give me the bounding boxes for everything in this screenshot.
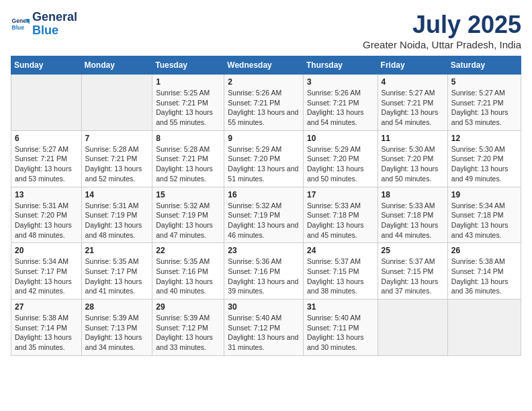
- day-info: Sunrise: 5:39 AM Sunset: 7:13 PM Dayligh…: [85, 313, 149, 353]
- day-number: 27: [15, 302, 78, 312]
- day-number: 1: [156, 77, 220, 87]
- header-saturday: Saturday: [447, 56, 521, 75]
- calendar-day-cell: 21Sunrise: 5:35 AM Sunset: 7:17 PM Dayli…: [81, 243, 152, 300]
- calendar-day-cell: 4Sunrise: 5:27 AM Sunset: 7:21 PM Daylig…: [378, 75, 447, 131]
- day-info: Sunrise: 5:32 AM Sunset: 7:19 PM Dayligh…: [228, 201, 300, 240]
- day-info: Sunrise: 5:37 AM Sunset: 7:15 PM Dayligh…: [307, 257, 374, 296]
- day-info: Sunrise: 5:27 AM Sunset: 7:21 PM Dayligh…: [451, 88, 517, 128]
- calendar-day-cell: 26Sunrise: 5:38 AM Sunset: 7:14 PM Dayli…: [447, 243, 521, 300]
- svg-text:Blue: Blue: [12, 24, 25, 31]
- calendar-day-cell: 7Sunrise: 5:28 AM Sunset: 7:21 PM Daylig…: [81, 130, 152, 187]
- calendar-body: 1Sunrise: 5:25 AM Sunset: 7:21 PM Daylig…: [11, 75, 521, 356]
- day-number: 9: [228, 134, 300, 143]
- calendar-day-cell: 31Sunrise: 5:40 AM Sunset: 7:11 PM Dayli…: [303, 300, 378, 356]
- day-number: 31: [307, 302, 374, 312]
- calendar-day-cell: [11, 75, 82, 131]
- day-number: 25: [382, 246, 444, 255]
- day-number: 5: [451, 77, 517, 87]
- day-info: Sunrise: 5:33 AM Sunset: 7:18 PM Dayligh…: [307, 201, 374, 240]
- logo-general: General: [32, 11, 77, 24]
- calendar-day-cell: [378, 300, 447, 356]
- calendar-day-cell: 20Sunrise: 5:34 AM Sunset: 7:17 PM Dayli…: [11, 243, 82, 300]
- day-info: Sunrise: 5:31 AM Sunset: 7:20 PM Dayligh…: [15, 201, 78, 240]
- svg-text:General: General: [12, 17, 30, 24]
- calendar-day-cell: [447, 300, 521, 356]
- day-info: Sunrise: 5:25 AM Sunset: 7:21 PM Dayligh…: [156, 88, 220, 128]
- header-friday: Friday: [378, 56, 447, 75]
- day-number: 20: [15, 246, 78, 255]
- day-number: 10: [307, 134, 374, 143]
- calendar-day-cell: 19Sunrise: 5:34 AM Sunset: 7:18 PM Dayli…: [447, 187, 521, 243]
- header-monday: Monday: [81, 56, 152, 75]
- day-number: 29: [156, 302, 220, 312]
- calendar-day-cell: 9Sunrise: 5:29 AM Sunset: 7:20 PM Daylig…: [224, 130, 304, 187]
- calendar-day-cell: 18Sunrise: 5:33 AM Sunset: 7:18 PM Dayli…: [378, 187, 447, 243]
- day-info: Sunrise: 5:29 AM Sunset: 7:20 PM Dayligh…: [228, 144, 300, 184]
- day-info: Sunrise: 5:35 AM Sunset: 7:17 PM Dayligh…: [85, 257, 149, 296]
- calendar-day-cell: 12Sunrise: 5:30 AM Sunset: 7:20 PM Dayli…: [447, 130, 521, 187]
- calendar-day-cell: 27Sunrise: 5:38 AM Sunset: 7:14 PM Dayli…: [11, 300, 82, 356]
- day-info: Sunrise: 5:28 AM Sunset: 7:21 PM Dayligh…: [156, 144, 220, 184]
- calendar-day-cell: 5Sunrise: 5:27 AM Sunset: 7:21 PM Daylig…: [447, 75, 521, 131]
- day-number: 22: [156, 246, 220, 255]
- header-thursday: Thursday: [303, 56, 378, 75]
- day-info: Sunrise: 5:30 AM Sunset: 7:20 PM Dayligh…: [451, 144, 517, 184]
- page-header: General Blue General Blue July 2025 Grea…: [11, 11, 521, 50]
- day-number: 4: [382, 77, 444, 87]
- month-year-title: July 2025: [363, 11, 521, 39]
- day-info: Sunrise: 5:26 AM Sunset: 7:21 PM Dayligh…: [228, 88, 300, 128]
- day-info: Sunrise: 5:31 AM Sunset: 7:19 PM Dayligh…: [85, 201, 149, 240]
- title-block: July 2025 Greater Noida, Uttar Pradesh, …: [363, 11, 521, 50]
- day-number: 19: [451, 190, 517, 199]
- day-info: Sunrise: 5:33 AM Sunset: 7:18 PM Dayligh…: [382, 201, 444, 240]
- calendar-week-row: 20Sunrise: 5:34 AM Sunset: 7:17 PM Dayli…: [11, 243, 521, 300]
- day-info: Sunrise: 5:26 AM Sunset: 7:21 PM Dayligh…: [307, 88, 374, 128]
- day-info: Sunrise: 5:27 AM Sunset: 7:21 PM Dayligh…: [382, 88, 444, 128]
- calendar-day-cell: 29Sunrise: 5:39 AM Sunset: 7:12 PM Dayli…: [152, 300, 224, 356]
- calendar-day-cell: 11Sunrise: 5:30 AM Sunset: 7:20 PM Dayli…: [378, 130, 447, 187]
- day-info: Sunrise: 5:32 AM Sunset: 7:19 PM Dayligh…: [156, 201, 220, 240]
- calendar-day-cell: 10Sunrise: 5:29 AM Sunset: 7:20 PM Dayli…: [303, 130, 378, 187]
- calendar-day-cell: 23Sunrise: 5:36 AM Sunset: 7:16 PM Dayli…: [224, 243, 304, 300]
- day-number: 15: [156, 190, 220, 199]
- day-number: 2: [228, 77, 300, 87]
- calendar-day-cell: 15Sunrise: 5:32 AM Sunset: 7:19 PM Dayli…: [152, 187, 224, 243]
- day-info: Sunrise: 5:29 AM Sunset: 7:20 PM Dayligh…: [307, 144, 374, 184]
- calendar-day-cell: 3Sunrise: 5:26 AM Sunset: 7:21 PM Daylig…: [303, 75, 378, 131]
- calendar-day-cell: 16Sunrise: 5:32 AM Sunset: 7:19 PM Dayli…: [224, 187, 304, 243]
- day-number: 12: [451, 134, 517, 143]
- logo-icon: General Blue: [11, 15, 30, 34]
- day-number: 6: [15, 134, 78, 143]
- calendar-week-row: 27Sunrise: 5:38 AM Sunset: 7:14 PM Dayli…: [11, 300, 521, 356]
- header-wednesday: Wednesday: [224, 56, 304, 75]
- day-info: Sunrise: 5:34 AM Sunset: 7:18 PM Dayligh…: [451, 201, 517, 240]
- day-number: 30: [228, 302, 300, 312]
- day-number: 18: [382, 190, 444, 199]
- calendar-day-cell: 14Sunrise: 5:31 AM Sunset: 7:19 PM Dayli…: [81, 187, 152, 243]
- day-number: 26: [451, 246, 517, 255]
- calendar-day-cell: 6Sunrise: 5:27 AM Sunset: 7:21 PM Daylig…: [11, 130, 82, 187]
- day-number: 8: [156, 134, 220, 143]
- calendar-day-cell: 28Sunrise: 5:39 AM Sunset: 7:13 PM Dayli…: [81, 300, 152, 356]
- day-number: 13: [15, 190, 78, 199]
- day-info: Sunrise: 5:28 AM Sunset: 7:21 PM Dayligh…: [85, 144, 149, 184]
- day-number: 11: [382, 134, 444, 143]
- day-info: Sunrise: 5:39 AM Sunset: 7:12 PM Dayligh…: [156, 313, 220, 353]
- day-info: Sunrise: 5:27 AM Sunset: 7:21 PM Dayligh…: [15, 144, 78, 184]
- calendar-week-row: 1Sunrise: 5:25 AM Sunset: 7:21 PM Daylig…: [11, 75, 521, 131]
- calendar-week-row: 6Sunrise: 5:27 AM Sunset: 7:21 PM Daylig…: [11, 130, 521, 187]
- day-info: Sunrise: 5:34 AM Sunset: 7:17 PM Dayligh…: [15, 257, 78, 296]
- calendar-header-row: Sunday Monday Tuesday Wednesday Thursday…: [11, 56, 521, 75]
- day-number: 14: [85, 190, 149, 199]
- location-subtitle: Greater Noida, Uttar Pradesh, India: [363, 39, 521, 50]
- day-info: Sunrise: 5:36 AM Sunset: 7:16 PM Dayligh…: [228, 257, 300, 296]
- day-info: Sunrise: 5:40 AM Sunset: 7:11 PM Dayligh…: [307, 313, 374, 353]
- day-number: 3: [307, 77, 374, 87]
- day-number: 21: [85, 246, 149, 255]
- calendar-day-cell: 8Sunrise: 5:28 AM Sunset: 7:21 PM Daylig…: [152, 130, 224, 187]
- day-number: 17: [307, 190, 374, 199]
- calendar-week-row: 13Sunrise: 5:31 AM Sunset: 7:20 PM Dayli…: [11, 187, 521, 243]
- day-number: 24: [307, 246, 374, 255]
- calendar-day-cell: 25Sunrise: 5:37 AM Sunset: 7:15 PM Dayli…: [378, 243, 447, 300]
- day-info: Sunrise: 5:35 AM Sunset: 7:16 PM Dayligh…: [156, 257, 220, 296]
